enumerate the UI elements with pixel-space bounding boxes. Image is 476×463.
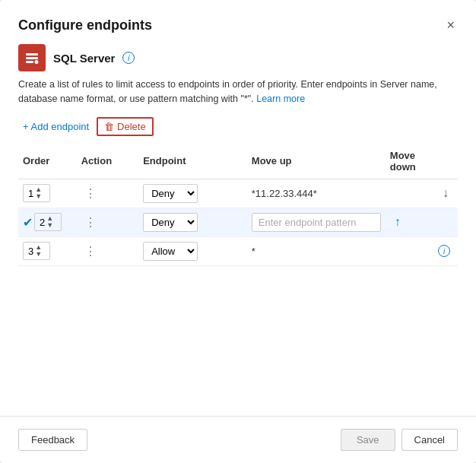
- sql-icon-svg: [24, 50, 40, 65]
- order-value: 1: [28, 188, 33, 199]
- dialog-title: Configure endpoints: [18, 17, 152, 33]
- order-box: 2 ▲ ▼: [34, 213, 62, 231]
- move-down-button[interactable]: ↓: [438, 185, 453, 201]
- delete-label: Delete: [117, 121, 146, 132]
- svg-point-3: [35, 60, 39, 64]
- dots-icon[interactable]: ⋮: [81, 245, 101, 258]
- order-value: 3: [28, 246, 33, 257]
- order-down-chevron[interactable]: ▼: [35, 251, 42, 258]
- svg-rect-2: [26, 61, 33, 63]
- table-row: ✔ 2 ▲ ▼ ⋮DenyAllow↑: [18, 208, 458, 236]
- order-cell: 3 ▲ ▼: [18, 236, 77, 265]
- service-row: SQL Server i: [0, 44, 476, 78]
- endpoint-value: *: [252, 246, 255, 257]
- toolbar: + Add endpoint 🗑 Delete: [0, 117, 476, 144]
- move-down-cell: [433, 208, 458, 236]
- col-header-endpoint: Endpoint: [138, 144, 247, 179]
- save-button[interactable]: Save: [341, 429, 395, 451]
- footer-actions: Save Cancel: [341, 429, 458, 451]
- table-row: 1 ▲ ▼ ⋮DenyAllow*11.22.33.444*↓: [18, 179, 458, 208]
- order-cell: 1 ▲ ▼: [18, 179, 77, 208]
- endpoints-table-container: Order Action Endpoint Move up Move down …: [0, 144, 476, 404]
- order-value: 2: [40, 217, 45, 228]
- service-info-icon[interactable]: i: [122, 52, 135, 64]
- action-cell: DenyAllow: [138, 236, 247, 265]
- order-box: 3 ▲ ▼: [23, 242, 50, 260]
- action-select[interactable]: DenyAllow: [143, 242, 198, 261]
- delete-icon: 🗑: [104, 121, 114, 132]
- svg-rect-1: [26, 57, 38, 59]
- dots-icon[interactable]: ⋮: [81, 187, 101, 200]
- close-button[interactable]: ×: [443, 15, 458, 35]
- dots-icon[interactable]: ⋮: [81, 216, 101, 229]
- configure-endpoints-dialog: Configure endpoints × SQL Server i Creat…: [0, 0, 476, 463]
- svg-rect-0: [26, 53, 38, 55]
- table-row: 3 ▲ ▼ ⋮DenyAllow*i: [18, 236, 458, 265]
- add-endpoint-button[interactable]: + Add endpoint: [18, 118, 94, 135]
- row-selected-check: ✔: [23, 215, 33, 230]
- endpoint-input[interactable]: [252, 213, 381, 232]
- move-up-cell: [386, 179, 433, 208]
- order-down-chevron[interactable]: ▼: [35, 193, 42, 200]
- action-select[interactable]: DenyAllow: [143, 184, 198, 203]
- move-down-cell: ↓: [433, 179, 458, 208]
- row-dots-menu[interactable]: ⋮: [77, 208, 139, 236]
- action-cell: DenyAllow: [138, 208, 247, 236]
- col-header-moveup: Move up: [247, 144, 386, 179]
- endpoint-cell: *: [247, 236, 386, 265]
- move-up-button[interactable]: ↑: [390, 214, 405, 230]
- row-dots-menu[interactable]: ⋮: [77, 236, 139, 265]
- sql-server-icon: [18, 44, 46, 71]
- col-header-movedown: Move down: [386, 144, 433, 179]
- move-up-cell: [386, 236, 433, 265]
- endpoints-table: Order Action Endpoint Move up Move down …: [18, 144, 458, 266]
- row-dots-menu[interactable]: ⋮: [77, 179, 139, 208]
- action-cell: DenyAllow: [138, 179, 247, 208]
- order-box: 1 ▲ ▼: [23, 184, 50, 202]
- row-info-icon[interactable]: i: [438, 245, 450, 257]
- cancel-button[interactable]: Cancel: [401, 429, 458, 451]
- service-name: SQL Server: [53, 52, 115, 65]
- dialog-footer: Feedback Save Cancel: [0, 416, 476, 463]
- order-cell: ✔ 2 ▲ ▼: [18, 208, 77, 236]
- col-header-order: Order: [18, 144, 77, 179]
- feedback-button[interactable]: Feedback: [18, 429, 87, 451]
- order-down-chevron[interactable]: ▼: [46, 222, 53, 229]
- move-up-cell: ↑: [386, 208, 433, 236]
- endpoint-cell: *11.22.33.444*: [247, 179, 386, 208]
- learn-more-link[interactable]: Learn more: [256, 94, 305, 104]
- description-text: Create a list of rules to limit access t…: [0, 78, 476, 117]
- endpoint-cell: [247, 208, 386, 236]
- move-down-cell: i: [433, 236, 458, 265]
- col-header-action: Action: [77, 144, 139, 179]
- action-select[interactable]: DenyAllow: [143, 213, 198, 232]
- endpoint-value: *11.22.33.444*: [252, 188, 317, 199]
- delete-button[interactable]: 🗑 Delete: [97, 117, 154, 136]
- table-header-row: Order Action Endpoint Move up Move down: [18, 144, 458, 179]
- dialog-header: Configure endpoints ×: [0, 0, 476, 44]
